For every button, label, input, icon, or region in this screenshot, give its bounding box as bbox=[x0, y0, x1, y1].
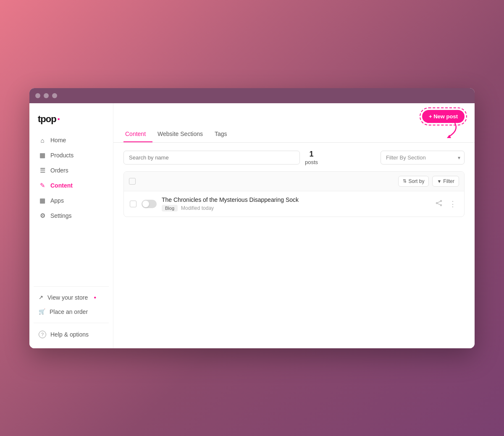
arrow-annotation bbox=[440, 122, 461, 139]
tab-content[interactable]: Content bbox=[123, 126, 152, 142]
sidebar-item-content[interactable]: ✎ Content bbox=[34, 178, 109, 193]
filter-select[interactable]: Filter By Section bbox=[381, 151, 465, 164]
nav-list: ⌂ Home ▦ Products ☰ Orders ✎ Content ▦ bbox=[29, 133, 113, 282]
filter-select-wrap: Filter By Section ▾ bbox=[381, 151, 465, 164]
home-icon: ⌂ bbox=[39, 137, 46, 144]
post-toggle[interactable] bbox=[142, 200, 157, 208]
sort-icon: ⇅ bbox=[403, 178, 407, 184]
posts-number: 1 bbox=[305, 149, 318, 159]
sidebar-item-products[interactable]: ▦ Products bbox=[34, 148, 109, 162]
filter-icon: ▼ bbox=[437, 179, 441, 184]
view-store-icon: ↗ bbox=[39, 294, 43, 300]
sidebar-bottom: ↗ View your store ● 🛒 Place an order bbox=[29, 291, 113, 319]
posts-count: 1 posts bbox=[305, 149, 318, 166]
place-order-icon: 🛒 bbox=[39, 308, 45, 315]
post-tag: Blog bbox=[162, 205, 178, 211]
content-area: 1 posts Filter By Section ▾ bbox=[113, 143, 475, 348]
svg-line-4 bbox=[438, 201, 441, 203]
help-label: Help & options bbox=[50, 331, 89, 338]
sidebar-item-home[interactable]: ⌂ Home bbox=[34, 133, 109, 147]
sidebar-divider2 bbox=[34, 323, 109, 323]
sort-button[interactable]: ⇅ Sort by bbox=[398, 176, 429, 187]
post-modified: Modified today bbox=[181, 205, 214, 211]
dot-green bbox=[52, 93, 57, 98]
view-store-link[interactable]: ↗ View your store ● bbox=[34, 291, 109, 304]
table-row: The Chronicles of the Mysterious Disappe… bbox=[124, 191, 464, 217]
store-indicator: ● bbox=[94, 295, 96, 300]
select-all-checkbox[interactable] bbox=[129, 178, 136, 185]
toolbar-row: 1 posts Filter By Section ▾ bbox=[123, 149, 465, 166]
filter-button[interactable]: ▼ Filter bbox=[432, 176, 459, 187]
post-row-actions: ⋮ bbox=[434, 198, 458, 209]
sidebar-item-apps[interactable]: ▦ Apps bbox=[34, 193, 109, 208]
browser-window: tpop· ⌂ Home ▦ Products ☰ Orders ✎ Conte… bbox=[29, 88, 475, 348]
new-post-wrapper: + New post bbox=[422, 110, 465, 123]
view-store-label: View your store bbox=[47, 294, 88, 301]
main-content: + New post Content Website Sections bbox=[113, 103, 475, 348]
svg-line-5 bbox=[438, 204, 441, 205]
sidebar-item-label: Orders bbox=[50, 167, 68, 174]
sidebar-item-settings[interactable]: ⚙ Settings bbox=[34, 209, 109, 223]
help-icon: ? bbox=[39, 331, 46, 338]
tab-website-sections[interactable]: Website Sections bbox=[156, 126, 210, 142]
sidebar-item-label: Settings bbox=[50, 212, 72, 219]
post-title[interactable]: The Chronicles of the Mysterious Disappe… bbox=[162, 196, 429, 203]
sidebar-item-label: Products bbox=[50, 152, 74, 159]
apps-icon: ▦ bbox=[39, 197, 46, 204]
list-header: ⇅ Sort by ▼ Filter bbox=[124, 172, 464, 191]
dot-red bbox=[35, 93, 40, 98]
svg-point-1 bbox=[441, 200, 442, 201]
logo: tpop· bbox=[29, 110, 113, 133]
svg-point-3 bbox=[441, 204, 442, 206]
content-icon: ✎ bbox=[39, 182, 46, 189]
logo-text: tpop bbox=[38, 114, 56, 125]
toggle-thumb bbox=[142, 201, 149, 207]
search-wrap bbox=[123, 151, 300, 164]
sidebar-item-label: Apps bbox=[50, 197, 64, 204]
main-header: + New post bbox=[113, 103, 475, 123]
sidebar-item-orders[interactable]: ☰ Orders bbox=[34, 163, 109, 178]
products-icon: ▦ bbox=[39, 151, 46, 159]
logo-dot: · bbox=[57, 113, 60, 125]
post-meta: Blog Modified today bbox=[162, 205, 429, 211]
sidebar: tpop· ⌂ Home ▦ Products ☰ Orders ✎ Conte… bbox=[29, 103, 113, 348]
posts-list: ⇅ Sort by ▼ Filter bbox=[123, 171, 465, 217]
toggle-track bbox=[142, 200, 157, 208]
place-order-label: Place an order bbox=[50, 308, 88, 315]
window-body: tpop· ⌂ Home ▦ Products ☰ Orders ✎ Conte… bbox=[29, 103, 475, 348]
more-options-icon[interactable]: ⋮ bbox=[447, 198, 458, 209]
sidebar-item-label: Home bbox=[50, 137, 66, 144]
post-info: The Chronicles of the Mysterious Disappe… bbox=[162, 196, 429, 211]
orders-icon: ☰ bbox=[39, 167, 46, 174]
place-order-link[interactable]: 🛒 Place an order bbox=[34, 305, 109, 319]
tabs: Content Website Sections Tags bbox=[113, 126, 475, 143]
search-input[interactable] bbox=[123, 151, 300, 164]
nav-divider bbox=[34, 286, 109, 287]
list-actions: ⇅ Sort by ▼ Filter bbox=[398, 176, 459, 187]
svg-point-2 bbox=[436, 202, 438, 204]
help-options-link[interactable]: ? Help & options bbox=[34, 327, 109, 342]
settings-icon: ⚙ bbox=[39, 212, 46, 219]
titlebar bbox=[29, 88, 475, 103]
posts-label: posts bbox=[305, 159, 318, 166]
new-post-button[interactable]: + New post bbox=[422, 110, 465, 123]
share-icon[interactable] bbox=[434, 199, 444, 209]
dot-yellow bbox=[44, 93, 49, 98]
row-checkbox[interactable] bbox=[130, 201, 136, 207]
tab-tags[interactable]: Tags bbox=[213, 126, 234, 142]
sidebar-item-label: Content bbox=[50, 182, 73, 189]
